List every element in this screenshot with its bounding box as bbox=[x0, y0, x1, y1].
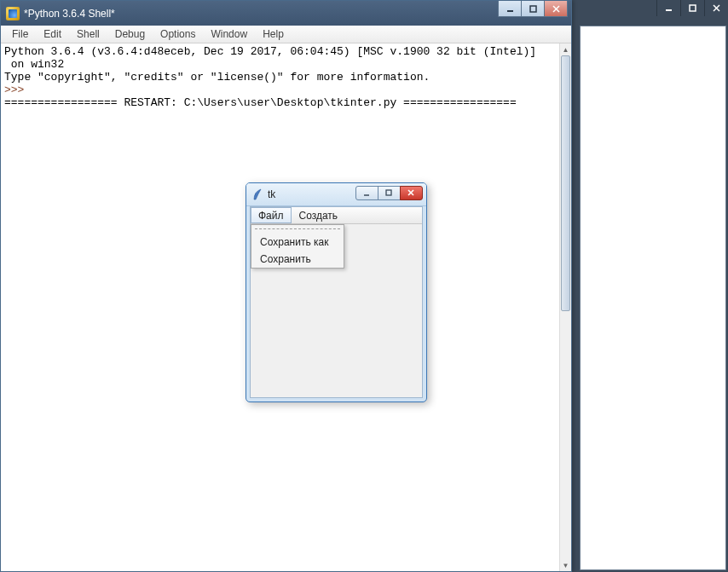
shell-restart-line: ================= RESTART: C:\Users\user… bbox=[4, 96, 517, 109]
svg-rect-1 bbox=[690, 5, 696, 11]
shell-close-button[interactable] bbox=[544, 1, 568, 17]
tk-minimize-button[interactable] bbox=[355, 186, 378, 200]
scroll-down-icon[interactable]: ▼ bbox=[560, 559, 571, 571]
tk-client-area: Файл Создать Сохранить как Сохранить bbox=[250, 206, 423, 398]
tk-menubar: Файл Создать bbox=[251, 207, 422, 224]
scroll-up-icon[interactable]: ▲ bbox=[560, 43, 571, 55]
bg-minimize-button[interactable] bbox=[656, 0, 680, 16]
shell-scrollbar[interactable]: ▲ ▼ bbox=[559, 43, 571, 571]
tk-titlebar[interactable]: tk bbox=[246, 183, 426, 206]
shell-minimize-button[interactable] bbox=[498, 1, 522, 17]
tk-title: tk bbox=[268, 188, 275, 200]
shell-maximize-button[interactable] bbox=[521, 1, 545, 17]
svg-rect-5 bbox=[530, 6, 536, 12]
menu-shell[interactable]: Shell bbox=[69, 26, 107, 42]
background-panel bbox=[580, 26, 726, 570]
menu-help[interactable]: Help bbox=[255, 26, 292, 42]
tk-file-dropdown: Сохранить как Сохранить bbox=[251, 224, 344, 269]
dropdown-separator bbox=[255, 227, 340, 232]
shell-body: Python 3.6.4 (v3.6.4:d48eceb, Dec 19 201… bbox=[1, 43, 571, 571]
menu-debug[interactable]: Debug bbox=[107, 26, 153, 42]
shell-titlebar[interactable]: *Python 3.6.4 Shell* bbox=[1, 1, 571, 26]
shell-title: *Python 3.6.4 Shell* bbox=[24, 8, 115, 20]
menu-file[interactable]: File bbox=[4, 26, 36, 42]
feather-icon bbox=[251, 188, 263, 200]
tk-close-button[interactable] bbox=[400, 186, 423, 200]
menu-edit[interactable]: Edit bbox=[36, 26, 69, 42]
shell-prompt: >>> bbox=[4, 84, 31, 96]
bg-close-button[interactable] bbox=[704, 0, 728, 16]
tk-menu-create[interactable]: Создать bbox=[292, 207, 346, 223]
tk-maximize-button[interactable] bbox=[378, 186, 401, 200]
python-shell-window: *Python 3.6.4 Shell* File Edit Shell Deb… bbox=[0, 0, 572, 572]
shell-output[interactable]: Python 3.6.4 (v3.6.4:d48eceb, Dec 19 201… bbox=[4, 45, 559, 109]
tk-menu-file[interactable]: Файл bbox=[251, 207, 292, 223]
scroll-thumb[interactable] bbox=[561, 55, 570, 311]
tk-window: tk Файл Создать bbox=[246, 182, 427, 402]
shell-line-1: Python 3.6.4 (v3.6.4:d48eceb, Dec 19 201… bbox=[4, 45, 536, 58]
shell-line-3: Type "copyright", "credits" or "license(… bbox=[4, 71, 430, 84]
svg-rect-9 bbox=[386, 190, 391, 195]
bg-maximize-button[interactable] bbox=[680, 0, 704, 16]
shell-line-2: on win32 bbox=[4, 58, 64, 71]
shell-window-controls bbox=[499, 1, 568, 17]
background-window-controls bbox=[656, 0, 728, 17]
python-icon bbox=[6, 7, 20, 20]
menu-window[interactable]: Window bbox=[203, 26, 255, 42]
menu-options[interactable]: Options bbox=[153, 26, 203, 42]
tk-item-save-as[interactable]: Сохранить как bbox=[251, 234, 344, 251]
tk-window-controls bbox=[356, 186, 423, 200]
tk-item-save[interactable]: Сохранить bbox=[251, 251, 344, 268]
shell-menubar: File Edit Shell Debug Options Window Hel… bbox=[1, 26, 571, 43]
